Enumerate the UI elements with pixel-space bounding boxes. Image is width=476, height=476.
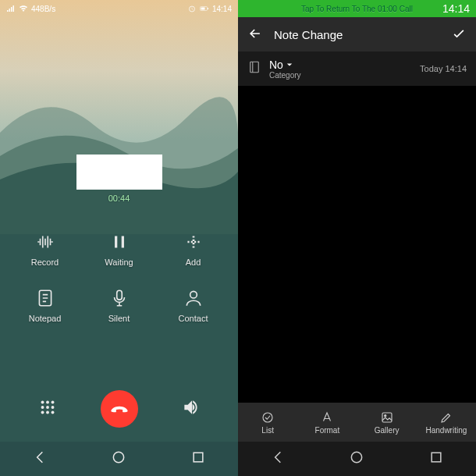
contact-button[interactable]: Contact xyxy=(156,287,230,323)
page-title: Note Change xyxy=(274,28,343,41)
image-icon xyxy=(380,410,394,424)
svg-point-8 xyxy=(190,291,197,298)
alarm-icon xyxy=(187,4,197,13)
list-button[interactable]: List xyxy=(238,403,297,442)
waiting-label: Waiting xyxy=(105,258,133,267)
svg-point-24 xyxy=(352,452,362,462)
svg-point-21 xyxy=(263,413,272,422)
svg-rect-7 xyxy=(116,290,122,300)
nav-home-r[interactable] xyxy=(349,449,364,468)
svg-point-17 xyxy=(51,411,54,414)
svg-rect-22 xyxy=(382,413,392,422)
hangup-icon xyxy=(109,399,130,419)
status-time: 14:14 xyxy=(212,5,232,13)
record-button[interactable]: Record xyxy=(8,231,82,267)
call-timer: 00:44 xyxy=(0,194,238,203)
add-button[interactable]: Add xyxy=(156,231,230,267)
handwriting-button[interactable]: Handwriting xyxy=(417,403,476,442)
svg-rect-20 xyxy=(250,62,259,73)
note-body[interactable] xyxy=(238,86,476,403)
bottom-controls xyxy=(0,390,238,428)
end-call-button[interactable] xyxy=(101,390,138,428)
nav-recent[interactable] xyxy=(190,449,206,468)
pause-icon xyxy=(108,231,130,253)
notepad-button[interactable]: Notepad xyxy=(8,287,82,323)
mic-icon xyxy=(108,287,130,309)
call-screen: 448B/s 14:14 00:44 Record Waiting Add No… xyxy=(0,0,238,476)
silent-label: Silent xyxy=(108,314,130,323)
editor-toolbar: List Format Gallery Handwriting xyxy=(238,403,476,442)
svg-point-11 xyxy=(51,401,54,404)
svg-point-23 xyxy=(384,414,385,416)
svg-point-15 xyxy=(41,411,44,414)
return-to-call-bar[interactable]: Tap To Return To The 01:00 Call 14:14 xyxy=(238,0,476,17)
chevron-down-icon xyxy=(286,62,293,68)
note-title: No xyxy=(269,59,283,71)
waiting-button[interactable]: Waiting xyxy=(82,231,156,267)
pencil-icon xyxy=(439,410,453,424)
svg-point-16 xyxy=(46,411,49,414)
svg-point-13 xyxy=(46,406,49,409)
dialpad-button[interactable] xyxy=(37,397,58,421)
notepad-label: Notepad xyxy=(29,314,62,323)
nav-back[interactable] xyxy=(32,449,48,468)
contact-icon xyxy=(183,287,204,309)
svg-rect-25 xyxy=(432,453,441,462)
notepad-icon xyxy=(34,287,56,309)
svg-point-9 xyxy=(41,401,44,404)
caller-name-box xyxy=(76,155,162,190)
record-label: Record xyxy=(31,258,59,267)
callbar-text: Tap To Return To The 01:00 Call xyxy=(301,5,413,13)
svg-rect-5 xyxy=(201,8,204,10)
confirm-button[interactable] xyxy=(451,26,467,44)
svg-point-12 xyxy=(41,406,44,409)
note-date: Today 14:14 xyxy=(420,64,467,73)
nav-home[interactable] xyxy=(111,449,126,468)
call-controls-grid: Record Waiting Add Notepad Silent Contac… xyxy=(0,231,238,323)
svg-point-14 xyxy=(51,406,54,409)
battery-icon xyxy=(200,4,209,13)
record-icon xyxy=(34,231,56,253)
nav-back-r[interactable] xyxy=(270,449,286,468)
note-category: Category xyxy=(269,71,301,80)
callbar-time: 14:14 xyxy=(442,2,470,15)
text-format-icon xyxy=(320,410,334,424)
note-editor-screen: Tap To Return To The 01:00 Call 14:14 No… xyxy=(238,0,476,476)
note-title-dropdown[interactable]: No xyxy=(269,59,301,71)
svg-point-18 xyxy=(114,452,124,462)
signal-icon xyxy=(6,4,16,13)
silent-button[interactable]: Silent xyxy=(82,287,156,323)
gallery-button[interactable]: Gallery xyxy=(357,403,417,442)
note-header: No Category Today 14:14 xyxy=(238,52,476,86)
checklist-icon xyxy=(261,410,275,424)
format-button[interactable]: Format xyxy=(297,403,357,442)
contact-label: Contact xyxy=(179,314,208,323)
svg-rect-4 xyxy=(208,8,208,9)
nav-bar-right xyxy=(238,442,476,476)
net-speed: 448B/s xyxy=(31,5,55,13)
speaker-button[interactable] xyxy=(181,397,201,421)
nav-bar-left xyxy=(0,442,238,476)
add-label: Add xyxy=(186,258,201,267)
status-bar: 448B/s 14:14 xyxy=(0,0,238,17)
back-button[interactable] xyxy=(247,26,263,44)
wifi-icon xyxy=(19,4,28,13)
svg-point-10 xyxy=(46,401,49,404)
notebook-icon[interactable] xyxy=(247,60,261,77)
svg-rect-19 xyxy=(194,453,203,462)
add-call-icon xyxy=(183,231,204,253)
title-bar: Note Change xyxy=(238,17,476,52)
nav-recent-r[interactable] xyxy=(428,449,444,468)
